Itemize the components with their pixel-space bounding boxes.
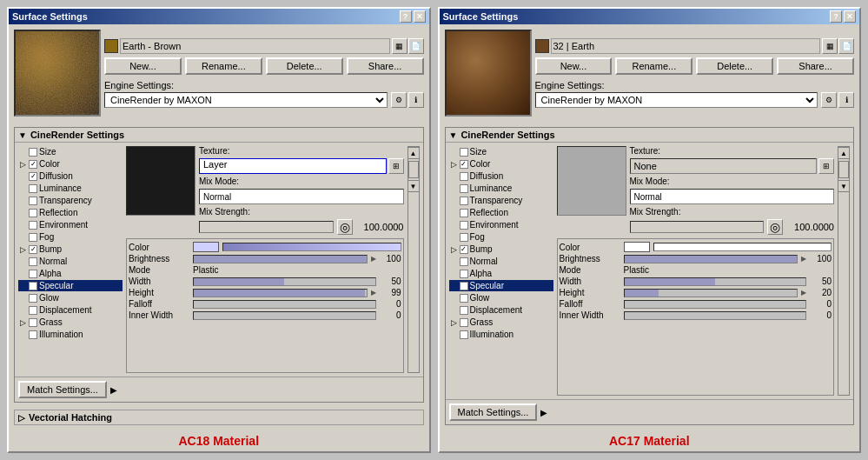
left-check-specular[interactable] (29, 282, 37, 290)
left-new-btn[interactable]: New... (104, 57, 182, 75)
left-channel-reflection[interactable]: Reflection (18, 207, 123, 218)
left-channel-grass[interactable]: ▷ Grass (18, 317, 123, 328)
right-check-reflection[interactable] (460, 209, 468, 217)
right-rename-btn[interactable]: Rename... (615, 57, 692, 75)
right-spec-innerwidth-slider[interactable] (624, 311, 807, 320)
left-material-name[interactable] (120, 38, 390, 54)
left-cinerender-header[interactable]: ▼ CineRender Settings (15, 128, 423, 143)
right-spec-falloff-slider[interactable] (624, 300, 807, 309)
left-spec-color-swatch[interactable] (193, 242, 219, 252)
right-check-grass[interactable] (460, 318, 468, 327)
right-mix-mode-field[interactable]: Normal (630, 189, 835, 204)
left-channel-size[interactable]: Size (18, 146, 123, 157)
left-check-diffusion[interactable] (29, 172, 37, 181)
right-pattern-icon[interactable]: ▦ (822, 38, 838, 54)
right-check-alpha[interactable] (460, 270, 468, 278)
right-color-swatch[interactable] (535, 39, 549, 53)
left-spec-height-slider[interactable] (193, 289, 368, 297)
right-file-icon[interactable]: 📄 (838, 38, 854, 54)
left-spec-width-slider[interactable] (193, 277, 376, 286)
left-channel-color[interactable]: ▷ Color (18, 158, 123, 170)
right-channel-reflection[interactable]: Reflection (449, 207, 553, 218)
right-channel-transparency[interactable]: Transparency (449, 195, 553, 206)
left-check-grass[interactable] (29, 318, 37, 327)
right-channel-environment[interactable]: Environment (449, 219, 553, 230)
left-engine-info-icon[interactable]: ℹ (408, 92, 424, 108)
right-channel-diffusion[interactable]: Diffusion (449, 170, 553, 182)
left-channel-glow[interactable]: Glow (18, 292, 123, 303)
left-channel-illumination[interactable]: Illumination (18, 329, 123, 340)
right-channel-displacement[interactable]: Displacement (449, 304, 553, 316)
left-check-bump[interactable] (29, 245, 37, 254)
right-spec-width-slider[interactable] (624, 277, 807, 286)
left-channel-displacement[interactable]: Displacement (18, 304, 123, 316)
right-check-diffusion[interactable] (460, 172, 468, 181)
right-channel-color[interactable]: ▷ Color (449, 158, 553, 170)
left-vectorial-section[interactable]: ▷ Vectorial Hatching (14, 410, 424, 425)
left-channel-transparency[interactable]: Transparency (18, 195, 123, 206)
left-mix-mode-field[interactable]: Normal (199, 189, 404, 204)
left-check-normal[interactable] (29, 257, 37, 266)
left-file-icon[interactable]: 📄 (408, 38, 424, 54)
right-check-size[interactable] (460, 148, 468, 157)
right-channel-grass[interactable]: ▷ Grass (449, 317, 553, 328)
right-check-fog[interactable] (460, 233, 468, 242)
right-cinerender-header[interactable]: ▼ CineRender Settings (446, 128, 854, 143)
left-check-glow[interactable] (29, 294, 37, 303)
right-channel-illumination[interactable]: Illumination (449, 329, 553, 340)
left-spec-brightness-slider[interactable] (193, 255, 368, 263)
left-mix-strength-slider[interactable] (199, 221, 334, 233)
left-channel-alpha[interactable]: Alpha (18, 268, 123, 279)
right-share-btn[interactable]: Share... (777, 57, 854, 75)
left-channel-bump[interactable]: ▷ Bump (18, 243, 123, 255)
left-check-reflection[interactable] (29, 209, 37, 217)
right-channel-normal[interactable]: Normal (449, 256, 553, 267)
right-scroll-up[interactable]: ▲ (838, 147, 850, 159)
left-check-size[interactable] (29, 148, 37, 157)
left-check-color[interactable] (29, 160, 37, 169)
left-texture-browse-icon[interactable]: ⊞ (388, 158, 404, 174)
right-check-environment[interactable] (460, 221, 468, 230)
right-close-btn[interactable]: ✕ (844, 10, 856, 23)
right-channel-alpha[interactable]: Alpha (449, 268, 553, 279)
left-check-alpha[interactable] (29, 270, 37, 278)
right-check-normal[interactable] (460, 257, 468, 266)
right-new-btn[interactable]: New... (535, 57, 613, 75)
left-question-btn[interactable]: ? (400, 10, 412, 23)
right-channel-specular[interactable]: Specular (449, 280, 553, 291)
left-spec-falloff-slider[interactable] (193, 300, 376, 309)
right-match-btn[interactable]: Match Settings... (449, 403, 538, 421)
right-texture-field[interactable]: None (630, 158, 818, 174)
right-engine-settings-icon[interactable]: ⚙ (821, 92, 837, 108)
left-check-environment[interactable] (29, 221, 37, 230)
left-delete-btn[interactable]: Delete... (266, 57, 343, 75)
right-texture-browse-icon[interactable]: ⊞ (818, 158, 834, 174)
right-spec-height-slider[interactable] (624, 289, 798, 297)
right-check-luminance[interactable] (460, 184, 468, 193)
right-channel-bump[interactable]: ▷ Bump (449, 243, 553, 255)
right-mix-strength-slider[interactable] (630, 221, 765, 233)
left-pattern-icon[interactable]: ▦ (392, 38, 407, 54)
left-rename-btn[interactable]: Rename... (185, 57, 262, 75)
right-check-specular[interactable] (460, 282, 468, 290)
left-channel-normal[interactable]: Normal (18, 256, 123, 267)
right-question-btn[interactable]: ? (830, 10, 842, 23)
right-engine-info-icon[interactable]: ℹ (838, 92, 854, 108)
right-mix-strength-dial[interactable]: ◎ (767, 219, 783, 235)
right-spec-color-swatch[interactable] (624, 242, 650, 252)
left-channel-diffusion[interactable]: Diffusion (18, 170, 123, 182)
right-check-color[interactable] (460, 160, 468, 169)
right-channel-luminance[interactable]: Luminance (449, 183, 553, 194)
left-engine-select[interactable]: CineRender by MAXON (104, 92, 388, 108)
left-scroll-thumb[interactable] (408, 161, 419, 178)
left-texture-field[interactable]: Layer (199, 158, 387, 174)
left-engine-settings-icon[interactable]: ⚙ (391, 92, 407, 108)
right-delete-btn[interactable]: Delete... (696, 57, 773, 75)
left-check-transparency[interactable] (29, 197, 37, 205)
right-channel-size[interactable]: Size (449, 146, 553, 157)
left-close-btn[interactable]: ✕ (414, 10, 426, 23)
right-spec-brightness-slider[interactable] (624, 255, 798, 263)
left-scroll-down[interactable]: ▼ (407, 180, 420, 192)
left-check-illumination[interactable] (29, 330, 37, 339)
left-channel-environment[interactable]: Environment (18, 219, 123, 230)
